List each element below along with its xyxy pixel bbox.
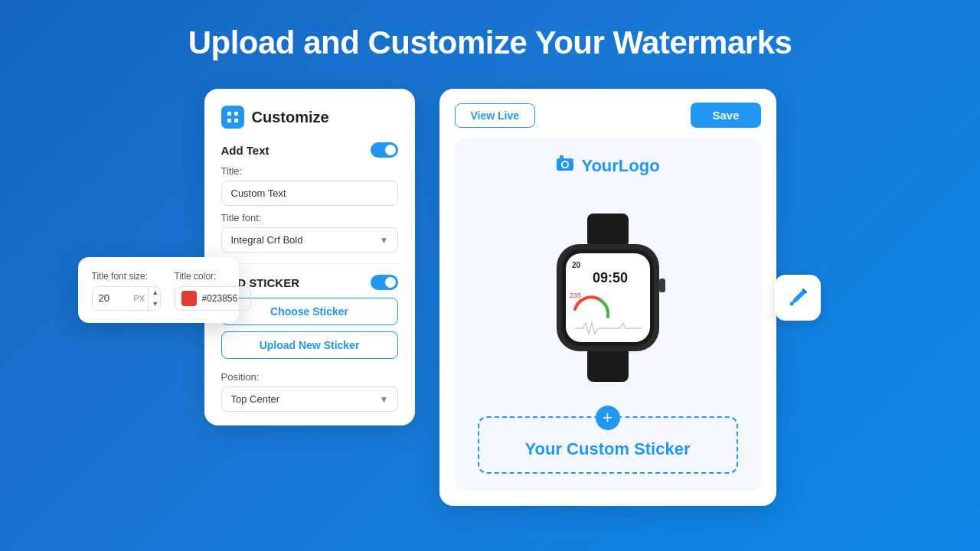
add-text-label: Add Text bbox=[221, 144, 270, 157]
font-select[interactable]: Integral Crf Bold bbox=[221, 227, 398, 253]
customize-icon bbox=[221, 106, 244, 129]
save-btn[interactable]: Save bbox=[691, 103, 760, 128]
logo-icon bbox=[555, 154, 575, 178]
preview-area: YourLogo 20 bbox=[455, 139, 761, 491]
svg-text:235: 235 bbox=[570, 292, 581, 299]
font-size-color-tooltip: Title font size: PX ▲ ▼ Title color: bbox=[78, 257, 239, 323]
right-card-header: View Live Save bbox=[455, 103, 761, 128]
color-swatch bbox=[181, 291, 197, 306]
title-field-label: Title: bbox=[221, 165, 398, 177]
sticker-placeholder[interactable]: + Your Custom Sticker bbox=[478, 416, 738, 474]
font-size-input[interactable] bbox=[93, 288, 131, 308]
svg-rect-8 bbox=[587, 214, 629, 248]
font-size-down-btn[interactable]: ▼ bbox=[149, 298, 160, 310]
cards-row: Title font size: PX ▲ ▼ Title color: bbox=[0, 89, 980, 506]
svg-point-7 bbox=[563, 162, 567, 167]
card-title: Customize bbox=[252, 109, 329, 126]
view-live-btn[interactable]: View Live bbox=[455, 103, 536, 128]
font-size-up-btn[interactable]: ▲ bbox=[149, 287, 160, 298]
svg-rect-5 bbox=[560, 155, 564, 159]
page-title: Upload and Customize Your Watermarks bbox=[188, 24, 792, 61]
svg-text:20: 20 bbox=[572, 261, 581, 269]
font-field-label: Title font: bbox=[221, 212, 398, 223]
eyedropper-btn[interactable] bbox=[775, 275, 821, 321]
preview-card: View Live Save YourLogo bbox=[439, 89, 776, 506]
customize-card: Title font size: PX ▲ ▼ Title color: bbox=[204, 89, 415, 425]
svg-rect-3 bbox=[234, 119, 238, 122]
add-sticker-toggle[interactable] bbox=[371, 275, 398, 290]
position-field-label: Position: bbox=[221, 371, 398, 383]
title-text-input[interactable] bbox=[221, 181, 398, 206]
svg-rect-2 bbox=[227, 119, 231, 122]
title-field-group: Title: bbox=[221, 165, 398, 206]
upload-sticker-btn[interactable]: Upload New Sticker bbox=[221, 331, 398, 359]
svg-rect-1 bbox=[234, 112, 238, 116]
color-hex-value: #023856 bbox=[202, 293, 238, 304]
font-field-group: Title font: Integral Crf Bold ▼ bbox=[221, 212, 398, 253]
svg-point-17 bbox=[789, 302, 793, 305]
logo-text: YourLogo bbox=[581, 156, 659, 176]
svg-rect-9 bbox=[587, 346, 629, 382]
sticker-plus-icon: + bbox=[596, 406, 620, 430]
title-color-label: Title color: bbox=[175, 271, 251, 282]
watch-illustration: 20 09:50 235 bbox=[535, 210, 681, 386]
px-unit: PX bbox=[131, 294, 149, 303]
svg-rect-16 bbox=[659, 279, 665, 292]
card-header: Customize bbox=[221, 106, 398, 129]
add-text-toggle[interactable] bbox=[371, 142, 398, 158]
logo-row: YourLogo bbox=[470, 154, 746, 178]
color-picker-wrap[interactable]: #023856 bbox=[175, 286, 251, 311]
position-select[interactable]: Top Center bbox=[221, 386, 398, 412]
svg-text:09:50: 09:50 bbox=[593, 270, 628, 285]
font-size-label: Title font size: bbox=[92, 271, 161, 282]
svg-rect-0 bbox=[227, 112, 231, 116]
add-text-section-row: Add Text bbox=[221, 142, 398, 158]
